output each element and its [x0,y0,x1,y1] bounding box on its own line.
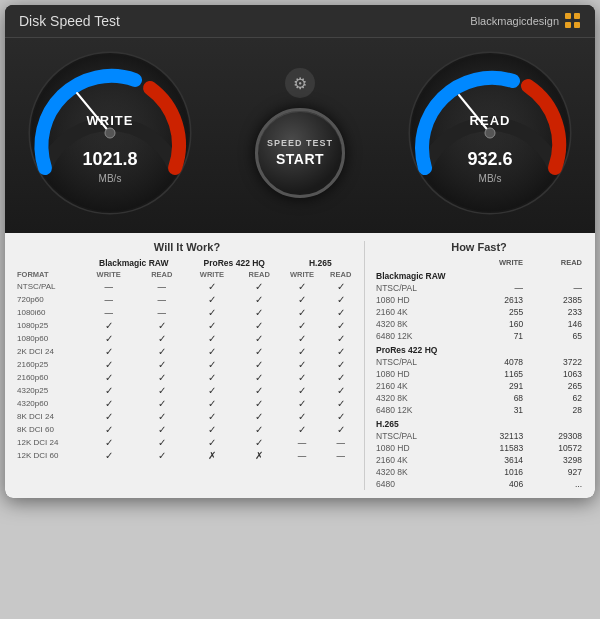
svg-point-7 [485,128,495,138]
value-cell: ✓ [322,397,359,410]
value-cell: ✓ [282,384,323,397]
hf-read-header: READ [526,257,585,268]
value-cell: ✓ [282,306,323,319]
codec-name: ProRes 422 HQ [373,342,585,356]
table-row: 2160 4K36143298 [373,454,585,466]
write-cell: 255 [466,306,526,318]
table-row: 2160 4K255233 [373,306,585,318]
format-cell: 1080p25 [15,319,81,332]
value-cell: ✓ [322,293,359,306]
format-cell: 2160 4K [373,380,466,392]
format-header [15,257,81,269]
value-cell: ✓ [81,384,137,397]
value-cell: — [322,449,359,462]
write-cell: 406 [466,478,526,490]
value-cell: ✓ [237,306,282,319]
value-cell: ✓ [81,345,137,358]
format-cell: NTSC/PAL [373,282,466,294]
prores-write-header: WRITE [187,269,237,280]
format-cell: 4320p60 [15,397,81,410]
gear-button[interactable]: ⚙ [285,68,315,98]
write-cell: 71 [466,330,526,342]
data-section: Will It Work? Blackmagic RAW ProRes 422 … [5,233,595,498]
value-cell: ✓ [187,345,237,358]
read-cell: 62 [526,392,585,404]
svg-point-3 [105,128,115,138]
value-cell: ✓ [237,345,282,358]
format-cell: 1080 HD [373,442,466,454]
table-row: 720p60——✓✓✓✓ [15,293,359,306]
braw-read-header: READ [137,269,187,280]
value-cell: ✓ [137,423,187,436]
read-cell: 3722 [526,356,585,368]
value-cell: ✓ [282,332,323,345]
value-cell: ✓ [81,358,137,371]
will-it-work-body: NTSC/PAL——✓✓✓✓720p60——✓✓✓✓1080i60——✓✓✓✓1… [15,280,359,462]
gauges-section: WRITE 1021.8 MB/s ⚙ SPEED TEST START [5,38,595,233]
codec-name: H.265 [373,416,585,430]
h265-header: H.265 [282,257,359,269]
table-row: 8K DCI 24✓✓✓✓✓✓ [15,410,359,423]
format-cell: 2160 4K [373,306,466,318]
codec-name: Blackmagic RAW [373,268,585,282]
write-cell: 4078 [466,356,526,368]
write-cell: 11583 [466,442,526,454]
read-cell: 146 [526,318,585,330]
data-columns: Will It Work? Blackmagic RAW ProRes 422 … [15,241,585,490]
write-cell: 32113 [466,430,526,442]
table-row: NTSC/PAL40783722 [373,356,585,368]
wr-header-row: FORMAT WRITE READ WRITE READ WRITE READ [15,269,359,280]
table-row: NTSC/PAL—— [373,282,585,294]
table-row: 6480406... [373,478,585,490]
read-cell: 1063 [526,368,585,380]
codec-section-header: ProRes 422 HQ [373,342,585,356]
value-cell: ✓ [137,358,187,371]
value-cell: ✓ [187,306,237,319]
value-cell: ✓ [137,436,187,449]
format-cell: 8K DCI 60 [15,423,81,436]
read-cell: ... [526,478,585,490]
value-cell: ✓ [81,332,137,345]
value-cell: ✓ [322,371,359,384]
read-cell: — [526,282,585,294]
table-row: 4320 8K160146 [373,318,585,330]
value-cell: — [282,436,323,449]
table-row: 4320p25✓✓✓✓✓✓ [15,384,359,397]
value-cell: ✓ [237,293,282,306]
write-cell: 1165 [466,368,526,380]
start-button[interactable]: SPEED TEST START [255,108,345,198]
format-cell: 2160p60 [15,371,81,384]
format-label: FORMAT [15,269,81,280]
format-cell: 6480 12K [373,330,466,342]
h265-read-header: READ [322,269,359,280]
value-cell: ✓ [187,397,237,410]
table-row: 2160p60✓✓✓✓✓✓ [15,371,359,384]
value-cell: ✓ [237,280,282,293]
value-cell: ✓ [137,345,187,358]
value-cell: ✓ [322,358,359,371]
value-cell: ✓ [187,384,237,397]
format-cell: 2160p25 [15,358,81,371]
read-cell: 29308 [526,430,585,442]
table-row: 8K DCI 60✓✓✓✓✓✓ [15,423,359,436]
value-cell: ✓ [282,397,323,410]
write-cell: 160 [466,318,526,330]
value-cell: ✓ [137,332,187,345]
value-cell: ✓ [282,345,323,358]
value-cell: — [137,293,187,306]
value-cell: ✓ [237,371,282,384]
codec-section-header: H.265 [373,416,585,430]
center-controls: ⚙ SPEED TEST START [255,68,345,198]
hf-col-headers: WRITE READ [373,257,585,268]
format-cell: 12K DCI 24 [15,436,81,449]
write-cell: 3614 [466,454,526,466]
read-gauge: READ 932.6 MB/s [405,48,575,218]
read-cell: 265 [526,380,585,392]
value-cell: ✓ [137,397,187,410]
table-row: 2160p25✓✓✓✓✓✓ [15,358,359,371]
app-title: Disk Speed Test [19,13,120,29]
format-cell: 4320 8K [373,318,466,330]
table-row: 6480 12K7165 [373,330,585,342]
value-cell: ✓ [187,358,237,371]
how-fast-panel: How Fast? WRITE READ Blackmagic RAWNTSC/… [365,241,585,490]
